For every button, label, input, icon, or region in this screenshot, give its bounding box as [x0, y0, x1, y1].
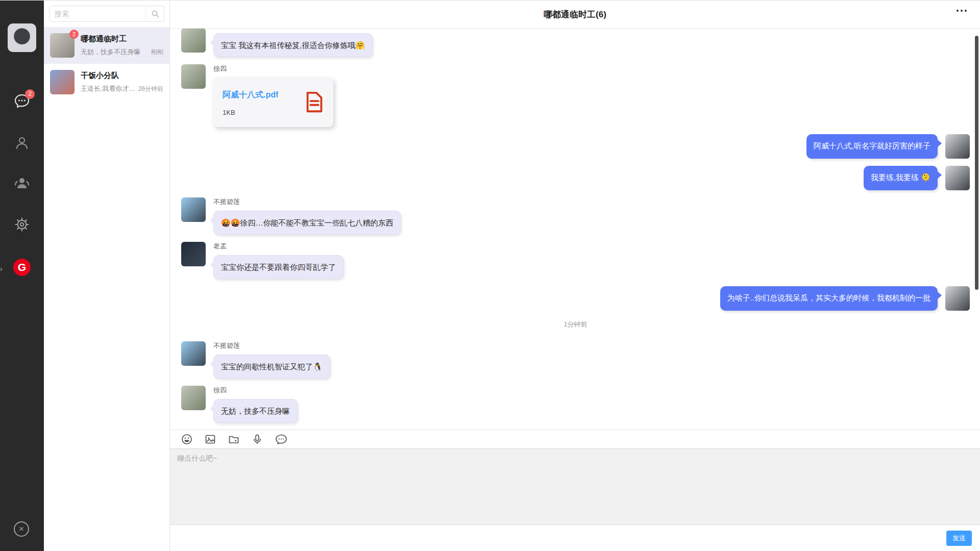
incoming-message-row: 不摇碧莲 宝宝的间歇性机智证又犯了🐧	[181, 341, 970, 379]
message-sender: 老孟	[213, 242, 344, 251]
nav-rail: 2	[0, 1, 44, 551]
sender-avatar[interactable]	[181, 386, 206, 410]
incoming-message-row: 宝宝 我这有本祖传秘笈,很适合你修炼哦🤗	[181, 29, 970, 57]
conversation-title: 哪都通临时工(6)	[544, 9, 606, 20]
file-name[interactable]: 阿威十八式.pdf	[223, 90, 278, 101]
chat-time: 刚刚	[151, 48, 163, 57]
message-bubble[interactable]: 我要练,我要练 🫠	[864, 166, 938, 190]
app-window: 2	[0, 0, 980, 551]
message-bubble[interactable]: 为啥子..你们总说我呆瓜，其实大多的时候，我都机制的一批	[720, 286, 938, 311]
chat-time: 26分钟前	[138, 85, 163, 93]
app-logo[interactable]: G	[13, 259, 31, 276]
chat-preview: 无妨，技多不压身嘛	[81, 47, 149, 57]
unread-badge: 2	[69, 30, 79, 39]
microphone-icon[interactable]	[252, 434, 263, 445]
sidebar-item-settings[interactable]	[0, 217, 44, 232]
composer-toolbar	[170, 430, 980, 448]
chat-list-item[interactable]: 干饭小分队 王道长,我看你才… 26分钟前	[44, 64, 169, 101]
message-sender: 不摇碧莲	[213, 341, 330, 350]
person-icon	[15, 136, 29, 150]
outgoing-message-row: 阿威十八式,听名字就好厉害的样子	[181, 134, 970, 159]
composer: 发送	[170, 430, 980, 551]
sidebar-item-groups[interactable]	[0, 177, 44, 190]
search-input[interactable]	[50, 6, 145, 21]
chat-avatar	[50, 70, 75, 94]
unread-total-badge: 2	[25, 89, 35, 99]
message-bubble[interactable]: 无妨，技多不压身嘛	[213, 399, 298, 423]
scrollbar-thumb[interactable]	[975, 36, 978, 290]
pdf-file-icon	[303, 90, 326, 116]
chat-list: 2 哪都通临时工 无妨，技多不压身嘛 刚刚 干饭小分队 王道长,我看你才… 26…	[44, 27, 169, 101]
file-attachment[interactable]: 阿威十八式.pdf 1KB	[213, 78, 333, 127]
folder-icon[interactable]	[228, 434, 239, 445]
image-icon[interactable]	[205, 434, 216, 445]
chat-preview: 王道长,我看你才…	[81, 84, 136, 93]
sender-avatar[interactable]	[181, 341, 206, 366]
sidebar-item-contacts[interactable]	[0, 136, 44, 150]
message-bubble[interactable]: 宝宝你还是不要跟着你四哥乱学了	[213, 255, 344, 279]
more-menu-icon[interactable]	[957, 10, 967, 12]
collapse-arrow-icon[interactable]: ›	[0, 265, 3, 273]
user-avatar[interactable]	[8, 23, 36, 52]
chat-list-item[interactable]: 2 哪都通临时工 无妨，技多不压身嘛 刚刚	[44, 27, 169, 64]
chat-list-panel: 2 哪都通临时工 无妨，技多不压身嘛 刚刚 干饭小分队 王道长,我看你才… 26…	[44, 1, 170, 551]
sender-avatar[interactable]	[181, 197, 206, 222]
outgoing-message-row: 为啥子..你们总说我呆瓜，其实大多的时候，我都机制的一批	[181, 286, 970, 311]
incoming-message-row: 老孟 宝宝你还是不要跟着你四哥乱学了	[181, 242, 970, 279]
outgoing-message-row: 我要练,我要练 🫠	[181, 166, 970, 190]
message-input[interactable]	[170, 448, 980, 525]
sidebar-item-chats[interactable]: 2	[0, 93, 44, 109]
gear-icon	[15, 217, 29, 232]
chat-avatar: 2	[50, 33, 75, 58]
conversation-header: 哪都通临时工(6)	[170, 1, 980, 29]
chat-history-icon[interactable]	[275, 434, 287, 445]
file-size: 1KB	[223, 109, 278, 116]
message-bubble[interactable]: 宝宝的间歇性机智证又犯了🐧	[213, 355, 330, 379]
message-bubble[interactable]: 阿威十八式,听名字就好厉害的样子	[806, 134, 938, 159]
message-sender: 不摇碧莲	[213, 197, 401, 207]
chat-name: 干饭小分队	[81, 71, 163, 81]
incoming-message-row: 不摇碧莲 🤬🤬徐四…你能不能不教宝宝一些乱七八糟的东西	[181, 197, 970, 235]
sender-avatar[interactable]	[181, 242, 206, 266]
message-bubble[interactable]: 宝宝 我这有本祖传秘笈,很适合你修炼哦🤗	[213, 33, 373, 57]
message-sender: 徐四	[213, 386, 298, 395]
incoming-message-row: 徐四 无妨，技多不压身嘛	[181, 386, 970, 423]
group-icon	[14, 177, 30, 190]
self-avatar[interactable]	[945, 286, 970, 311]
message-list: 宝宝 我这有本祖传秘笈,很适合你修炼哦🤗 徐四 阿威十八式.pdf 1KB 阿威…	[170, 29, 980, 430]
send-button[interactable]: 发送	[946, 531, 972, 546]
send-row: 发送	[170, 525, 980, 551]
sender-avatar[interactable]	[181, 29, 206, 53]
conversation-panel: 哪都通临时工(6) 宝宝 我这有本祖传秘笈,很适合你修炼哦🤗 徐四 阿威十八式.…	[170, 1, 980, 551]
message-sender: 徐四	[213, 64, 333, 73]
self-avatar[interactable]	[945, 166, 970, 190]
self-avatar[interactable]	[945, 134, 970, 159]
emoji-icon[interactable]	[181, 434, 192, 445]
message-bubble[interactable]: 🤬🤬徐四…你能不能不教宝宝一些乱七八糟的东西	[213, 211, 401, 235]
incoming-file-row: 徐四 阿威十八式.pdf 1KB	[181, 64, 970, 127]
search-box	[49, 6, 164, 22]
search-icon[interactable]	[145, 6, 164, 21]
chat-name: 哪都通临时工	[81, 34, 163, 44]
sender-avatar[interactable]	[181, 64, 206, 89]
logout-icon[interactable]: ×	[14, 521, 29, 537]
time-divider: 1分钟前	[181, 320, 970, 329]
